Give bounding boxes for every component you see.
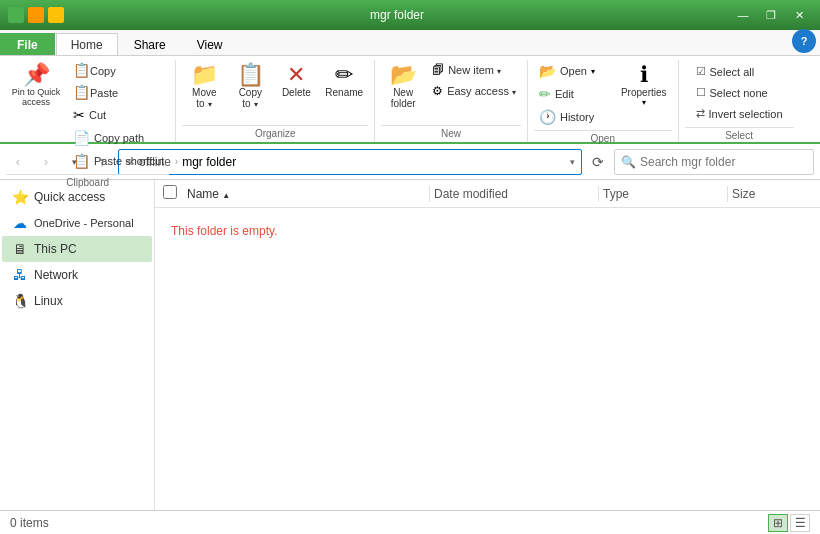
copy-path-icon: 📄 bbox=[73, 130, 90, 146]
rename-icon: ✏ bbox=[335, 64, 353, 86]
copy-to-button[interactable]: 📋 Copyto ▾ bbox=[228, 60, 272, 113]
new-folder-label: Newfolder bbox=[391, 87, 416, 109]
sidebar-item-linux[interactable]: 🐧 Linux bbox=[2, 288, 152, 314]
paste-button[interactable]: 📋 Paste bbox=[68, 82, 169, 103]
copy-to-label: Copyto ▾ bbox=[239, 87, 262, 109]
invert-label: Invert selection bbox=[709, 108, 783, 120]
new-group-content: 📂 Newfolder 🗐 New item ▾ ⚙ Easy access ▾ bbox=[381, 60, 521, 123]
move-to-button[interactable]: 📁 Moveto ▾ bbox=[182, 60, 226, 113]
sidebar-item-onedrive[interactable]: ☁ OneDrive - Personal bbox=[2, 210, 152, 236]
properties-button[interactable]: ℹ Properties ▾ bbox=[616, 60, 672, 111]
select-group: ☑ Select all ☐ Select none ⇄ Invert sele… bbox=[679, 60, 800, 142]
pin-to-quick-access-button[interactable]: 📌 Pin to Quick access bbox=[6, 60, 66, 111]
minimize-button[interactable]: — bbox=[730, 5, 756, 25]
search-bar: 🔍 bbox=[614, 149, 814, 175]
properties-label: Properties bbox=[621, 87, 667, 98]
sort-arrow-icon: ▲ bbox=[222, 191, 230, 200]
new-group: 📂 Newfolder 🗐 New item ▾ ⚙ Easy access ▾… bbox=[375, 60, 528, 142]
tab-view[interactable]: View bbox=[182, 33, 238, 55]
pin-label: Pin to Quick access bbox=[11, 87, 61, 107]
col-header-type[interactable]: Type bbox=[603, 187, 723, 201]
tab-file[interactable]: File bbox=[0, 33, 55, 55]
paste-shortcut-button[interactable]: 📋 Paste shortcut bbox=[68, 150, 169, 172]
open-button[interactable]: 📂 Open ▾ bbox=[534, 60, 614, 82]
col-header-date[interactable]: Date modified bbox=[434, 187, 594, 201]
app-icon-yellow bbox=[48, 7, 64, 23]
file-list: Name ▲ Date modified Type Size This fold… bbox=[155, 180, 820, 510]
clipboard-group: 📌 Pin to Quick access 📋 Copy 📋 Paste ✂ C… bbox=[0, 60, 176, 142]
select-label: Select bbox=[685, 127, 794, 144]
col-date-label: Date modified bbox=[434, 187, 508, 201]
window-controls: — ❐ ✕ bbox=[730, 5, 812, 25]
paste-shortcut-icon: 📋 bbox=[73, 153, 90, 169]
history-button[interactable]: 🕐 History bbox=[534, 106, 614, 128]
easy-access-label: Easy access ▾ bbox=[447, 85, 516, 97]
new-item-button[interactable]: 🗐 New item ▾ bbox=[427, 60, 521, 80]
cut-label: Cut bbox=[89, 109, 106, 121]
addr-dropdown[interactable]: ▾ bbox=[570, 157, 575, 167]
this-pc-label: This PC bbox=[34, 242, 77, 256]
sidebar-item-this-pc[interactable]: 🖥 This PC bbox=[2, 236, 152, 262]
help-button[interactable]: ? bbox=[792, 29, 816, 53]
tab-home[interactable]: Home bbox=[56, 33, 118, 55]
move-to-icon: 📁 bbox=[191, 64, 218, 86]
copy-path-label: Copy path bbox=[94, 132, 144, 144]
delete-button[interactable]: ✕ Delete bbox=[274, 60, 318, 102]
edit-button[interactable]: ✏ Edit bbox=[534, 83, 614, 105]
open-label: Open bbox=[560, 65, 587, 77]
new-folder-button[interactable]: 📂 Newfolder bbox=[381, 60, 425, 113]
clipboard-group-content: 📌 Pin to Quick access 📋 Copy 📋 Paste ✂ C… bbox=[6, 60, 169, 172]
history-label: History bbox=[560, 111, 594, 123]
rename-button[interactable]: ✏ Rename bbox=[320, 60, 368, 102]
select-all-button[interactable]: ☑ Select all bbox=[691, 62, 788, 81]
history-icon: 🕐 bbox=[539, 109, 556, 125]
invert-icon: ⇄ bbox=[696, 107, 705, 120]
clipboard-col: 📋 Copy 📋 Paste ✂ Cut 📄 Copy path 📋 bbox=[68, 60, 169, 172]
address-bar[interactable]: ≪ offline › mgr folder ▾ bbox=[118, 149, 582, 175]
refresh-button[interactable]: ⟳ bbox=[586, 150, 610, 174]
title-bar-icons bbox=[8, 7, 64, 23]
col-divider-1 bbox=[429, 186, 430, 202]
quick-access-icon: ⭐ bbox=[12, 189, 28, 205]
empty-message: This folder is empty. bbox=[155, 208, 820, 254]
new-item-label: New item ▾ bbox=[448, 64, 501, 76]
view-details-button[interactable]: ⊞ bbox=[768, 514, 788, 532]
col-header-size[interactable]: Size bbox=[732, 187, 812, 201]
search-input[interactable] bbox=[640, 155, 807, 169]
copy-to-icon: 📋 bbox=[237, 64, 264, 86]
pin-icon: 📌 bbox=[23, 64, 50, 86]
sidebar-item-network[interactable]: 🖧 Network bbox=[2, 262, 152, 288]
open-dropdown: ▾ bbox=[591, 67, 595, 76]
paste-label: Paste bbox=[90, 87, 118, 99]
copy-path-button[interactable]: 📄 Copy path bbox=[68, 127, 169, 149]
col-type-label: Type bbox=[603, 187, 629, 201]
open-group: 📂 Open ▾ ✏ Edit 🕐 History ℹ Properties ▾ bbox=[528, 60, 679, 142]
col-divider-3 bbox=[727, 186, 728, 202]
tab-share[interactable]: Share bbox=[119, 33, 181, 55]
onedrive-label: OneDrive - Personal bbox=[34, 217, 134, 229]
easy-access-button[interactable]: ⚙ Easy access ▾ bbox=[427, 81, 521, 101]
new-item-icon: 🗐 bbox=[432, 63, 444, 77]
cut-button[interactable]: ✂ Cut bbox=[68, 104, 169, 126]
paste-shortcut-label: Paste shortcut bbox=[94, 155, 164, 167]
col-size-label: Size bbox=[732, 187, 755, 201]
select-all-label: Select all bbox=[710, 66, 755, 78]
network-label: Network bbox=[34, 268, 78, 282]
edit-label: Edit bbox=[555, 88, 574, 100]
network-icon: 🖧 bbox=[12, 267, 28, 283]
copy-button[interactable]: 📋 Copy bbox=[68, 60, 169, 81]
organize-group-content: 📁 Moveto ▾ 📋 Copyto ▾ ✕ Delete ✏ Rename bbox=[182, 60, 368, 123]
close-button[interactable]: ✕ bbox=[786, 5, 812, 25]
main-content: ⭐ Quick access ☁ OneDrive - Personal 🖥 T… bbox=[0, 180, 820, 510]
col-header-name[interactable]: Name ▲ bbox=[187, 187, 425, 201]
select-none-button[interactable]: ☐ Select none bbox=[691, 83, 788, 102]
search-icon: 🔍 bbox=[621, 155, 636, 169]
maximize-button[interactable]: ❐ bbox=[758, 5, 784, 25]
linux-label: Linux bbox=[34, 294, 63, 308]
edit-icon: ✏ bbox=[539, 86, 551, 102]
linux-icon: 🐧 bbox=[12, 293, 28, 309]
ribbon-body: 📌 Pin to Quick access 📋 Copy 📋 Paste ✂ C… bbox=[0, 56, 820, 144]
invert-selection-button[interactable]: ⇄ Invert selection bbox=[691, 104, 788, 123]
view-list-button[interactable]: ☰ bbox=[790, 514, 810, 532]
select-none-icon: ☐ bbox=[696, 86, 706, 99]
